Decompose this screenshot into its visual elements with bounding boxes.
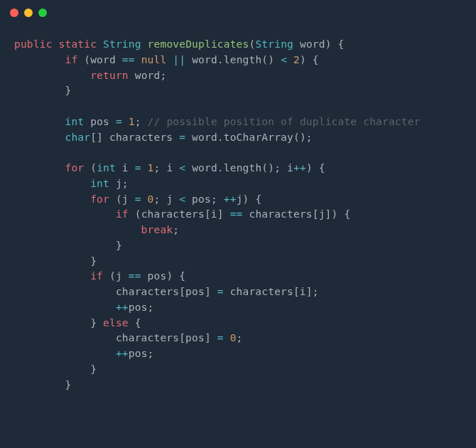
token-txt xyxy=(14,302,116,313)
token-txt xyxy=(14,54,65,65)
token-op: ++ xyxy=(224,193,237,205)
code-line: for (int i = 1; i < word.length(); i++) … xyxy=(14,161,462,176)
token-fn: removeDuplicates xyxy=(148,38,249,50)
token-txt: pos; xyxy=(185,193,224,205)
token-kw: for xyxy=(65,162,84,174)
token-num: 1 xyxy=(129,116,135,127)
token-txt: ; xyxy=(173,224,179,235)
token-txt: pos xyxy=(84,116,116,127)
token-num: 0 xyxy=(230,332,237,343)
token-txt: pos; xyxy=(129,302,154,313)
code-line: } xyxy=(14,378,462,393)
token-txt: ; xyxy=(135,116,148,127)
token-txt: word.length(); i xyxy=(185,162,293,174)
code-line: public static String removeDuplicates(St… xyxy=(14,37,462,53)
token-kw: else xyxy=(103,317,129,329)
token-txt: pos; xyxy=(129,348,154,359)
token-op: == xyxy=(129,270,141,282)
token-txt: ; xyxy=(237,332,243,343)
code-line: characters[pos] = 0; xyxy=(14,331,462,346)
token-txt: ) { xyxy=(300,54,319,65)
token-txt: (word xyxy=(77,54,122,65)
token-num: 1 xyxy=(148,162,154,174)
token-txt: ; i xyxy=(154,162,180,174)
token-txt xyxy=(122,116,129,127)
code-line: } xyxy=(14,238,462,254)
token-txt xyxy=(141,162,148,174)
close-icon[interactable] xyxy=(10,9,18,17)
token-type: int xyxy=(90,178,109,189)
token-type: char xyxy=(65,132,90,143)
token-txt: { xyxy=(129,317,141,329)
window-titlebar xyxy=(0,0,476,26)
token-txt: } xyxy=(14,363,97,375)
token-txt: characters[i]; xyxy=(224,286,319,297)
token-num: 0 xyxy=(148,193,154,205)
code-line xyxy=(14,145,462,161)
token-op: == xyxy=(230,208,243,220)
token-txt: } xyxy=(14,317,103,329)
token-txt: j; xyxy=(109,178,129,189)
token-txt: (j xyxy=(103,270,129,282)
token-txt: } xyxy=(14,255,97,267)
token-txt xyxy=(14,178,90,189)
code-line: for (j = 0; j < pos; ++j) { xyxy=(14,192,462,208)
code-window: public static String removeDuplicates(St… xyxy=(0,0,476,448)
token-txt: word; xyxy=(129,70,167,81)
token-txt xyxy=(14,348,116,359)
token-txt xyxy=(97,38,103,50)
token-txt xyxy=(14,270,90,282)
token-txt: } xyxy=(14,85,71,96)
token-txt xyxy=(14,116,65,127)
token-txt: (characters[i] xyxy=(129,208,230,220)
code-line: if (j == pos) { xyxy=(14,269,462,284)
token-kw: return xyxy=(90,70,129,81)
token-op: || xyxy=(173,54,185,65)
token-op: < xyxy=(179,193,185,205)
code-line xyxy=(14,99,462,114)
token-op: = xyxy=(217,332,224,343)
token-txt xyxy=(166,54,173,65)
token-txt: [] characters xyxy=(90,132,179,143)
token-op: = xyxy=(135,162,141,174)
token-kw: if xyxy=(65,54,77,65)
minimize-icon[interactable] xyxy=(24,9,33,17)
token-txt: word) { xyxy=(293,38,344,50)
token-txt: word.length() xyxy=(185,54,281,65)
token-txt: ( xyxy=(84,162,97,174)
token-op: ++ xyxy=(116,348,129,359)
code-line: } xyxy=(14,83,462,99)
code-line: } xyxy=(14,254,462,270)
token-txt xyxy=(53,38,59,50)
token-kw: if xyxy=(90,270,103,282)
code-line: if (characters[i] == characters[j]) { xyxy=(14,207,462,223)
token-txt xyxy=(14,162,65,174)
token-txt: ; j xyxy=(154,193,180,205)
code-line: return word; xyxy=(14,68,462,84)
token-txt: i xyxy=(116,162,135,174)
code-line: if (word == null || word.length() < 2) { xyxy=(14,53,462,68)
token-txt: } xyxy=(14,240,122,251)
token-txt: characters[pos] xyxy=(14,332,217,343)
code-line: break; xyxy=(14,223,462,238)
code-line: ++pos; xyxy=(14,346,462,362)
token-kw: public xyxy=(14,38,53,50)
token-type: int xyxy=(97,162,116,174)
token-op: = xyxy=(179,132,185,143)
token-op: = xyxy=(135,193,141,205)
token-txt: ) { xyxy=(306,162,325,174)
token-txt: characters[pos] xyxy=(14,286,217,297)
token-num: null xyxy=(141,54,167,65)
maximize-icon[interactable] xyxy=(38,9,47,17)
token-txt xyxy=(141,193,148,205)
token-op: = xyxy=(116,116,122,127)
token-txt xyxy=(224,332,230,343)
token-type: int xyxy=(65,116,84,127)
token-txt: word.toCharArray(); xyxy=(185,132,313,143)
token-kw: static xyxy=(59,38,97,50)
token-txt xyxy=(14,132,65,143)
token-op: < xyxy=(281,54,287,65)
token-type: String xyxy=(255,38,293,50)
code-block: public static String removeDuplicates(St… xyxy=(0,26,476,393)
code-line: characters[pos] = characters[i]; xyxy=(14,284,462,300)
